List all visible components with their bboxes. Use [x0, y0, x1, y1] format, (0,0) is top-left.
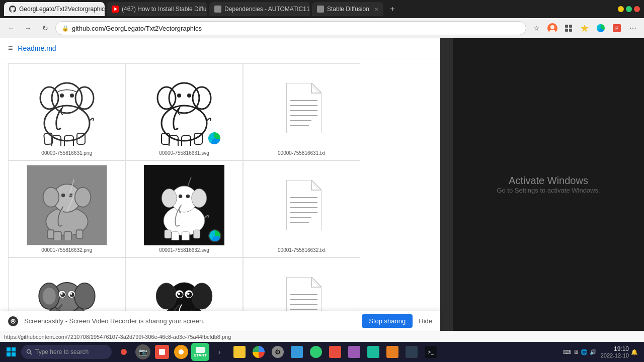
img-label-png2: 00001-755816632.png [41, 247, 92, 253]
back-button[interactable]: ← [4, 21, 18, 35]
app7-icon [406, 346, 418, 358]
close-button[interactable] [634, 6, 640, 12]
youtube-favicon [112, 6, 119, 13]
app7-button[interactable] [403, 343, 421, 361]
orange-app-button[interactable] [172, 343, 190, 361]
svg-rect-55 [182, 232, 189, 240]
recording-icon [117, 345, 131, 359]
tab-georg-legato[interactable]: GeorgLegato/Txt2Vectorgraphics ✕ [4, 2, 105, 16]
grid-item-txt2[interactable]: 00001-755816632.txt [243, 160, 360, 257]
edge-badge-svg1 [207, 131, 221, 145]
grid-item-txt1[interactable]: 00000-755816631.txt [243, 63, 360, 160]
svg-rect-8 [569, 25, 572, 28]
grid-item-svg1[interactable]: 00000-755816631.svg [125, 63, 243, 160]
tab4-title: Stable Diffusion [327, 6, 369, 13]
arrow-button[interactable]: › [210, 343, 228, 361]
svg-rect-47 [76, 230, 83, 238]
elephant-png2-image [27, 165, 107, 245]
grid-item-svg2[interactable]: ☞ 00001-755816632.svg [125, 160, 243, 257]
svg-point-15 [75, 87, 94, 109]
refresh-button[interactable]: ↻ [38, 21, 52, 35]
svg-point-85 [178, 293, 180, 295]
hide-button[interactable]: Hide [419, 317, 432, 325]
app3-button[interactable] [326, 343, 344, 361]
sidebar-toggle-icon[interactable]: ≡ [8, 44, 13, 53]
puzzle-icon [564, 24, 573, 33]
tab4-close[interactable]: ✕ [374, 7, 378, 12]
maximize-button[interactable] [626, 6, 632, 12]
screencastify-start-button[interactable]: START [191, 343, 209, 361]
desktop-icon[interactable]: 🖥 [573, 349, 579, 355]
svg-point-27 [187, 94, 191, 98]
svg-point-23 [169, 83, 199, 113]
red-app-button[interactable] [153, 343, 171, 361]
svg-point-73 [70, 293, 72, 295]
taskbar: Type here to search 📷 [0, 342, 644, 362]
activate-title: Activate Windows [497, 175, 600, 187]
cam-button[interactable]: 📷 [134, 343, 152, 361]
github-content[interactable]: 00000-755816631.png [0, 58, 440, 331]
screen-record-icon [10, 318, 17, 325]
svg-point-42 [61, 194, 65, 197]
new-tab-button[interactable]: + [385, 2, 399, 16]
windows-logo-icon [7, 347, 16, 356]
recording-stop-button[interactable] [115, 343, 133, 361]
favorites-button[interactable] [578, 21, 592, 35]
network-icon[interactable]: 🌐 [581, 349, 588, 355]
bookmark-button[interactable]: ☆ [529, 21, 543, 35]
app6-button[interactable] [383, 343, 401, 361]
file-explorer-button[interactable] [230, 343, 249, 361]
tab-deps[interactable]: Dependencies - AUTOMATIC111... ✕ [209, 2, 310, 16]
settings-pinned-button[interactable]: ⚙ [269, 343, 287, 361]
readme-title[interactable]: Readme.md [18, 44, 56, 52]
taskbar-apps: 📷 START › [115, 343, 228, 361]
document-svg1 [281, 83, 321, 133]
app2-button[interactable] [307, 343, 325, 361]
deps-favicon [214, 6, 221, 13]
svg-rect-10 [569, 29, 572, 32]
tab2-title: (467) How to Install Stable Diffus... [122, 6, 207, 13]
forward-button[interactable]: → [21, 21, 35, 35]
tab-youtube[interactable]: (467) How to Install Stable Diffus... ✕ [107, 2, 207, 16]
keyboard-icon[interactable]: ⌨ [563, 349, 571, 355]
page-header: ≡ Readme.md [0, 38, 440, 58]
taskbar-search[interactable]: Type here to search [21, 345, 112, 359]
svg-rect-2 [214, 6, 221, 13]
app5-icon [367, 346, 379, 358]
svg-rect-44 [54, 232, 61, 240]
svg-rect-54 [172, 232, 179, 240]
app5-button[interactable] [364, 343, 382, 361]
app1-button[interactable] [288, 343, 306, 361]
svg-point-13 [52, 83, 82, 113]
stop-sharing-button[interactable]: Stop sharing [362, 314, 413, 328]
ext2-button[interactable]: P [610, 21, 624, 35]
svg-point-97 [12, 320, 14, 322]
address-bar[interactable]: 🔒 github.com/GeorgLegato/Txt2Vectorgraph… [55, 21, 526, 35]
browser-pinned-button[interactable] [250, 343, 268, 361]
ext1-button[interactable] [594, 21, 608, 35]
notification-center-icon[interactable]: 🔔 [631, 349, 638, 355]
terminal-button[interactable]: >_ [422, 343, 440, 361]
settings-button[interactable]: ⋯ [626, 21, 640, 35]
svg-rect-99 [12, 347, 16, 351]
elephant-svg1-image [144, 68, 224, 148]
img-label-txt1: 00000-755816631.txt [278, 150, 326, 156]
svg-point-72 [61, 293, 63, 295]
volume-icon[interactable]: 🔊 [590, 349, 597, 355]
profile-button[interactable] [545, 21, 559, 35]
start-button[interactable] [2, 343, 20, 361]
extensions-button[interactable] [561, 21, 576, 35]
tab-stable-diffusion[interactable]: Stable Diffusion ✕ [312, 2, 383, 16]
grid-item-png1[interactable]: 00000-755816631.png [8, 63, 125, 160]
red-app-icon [155, 345, 169, 359]
app4-button[interactable] [345, 343, 363, 361]
sd-favicon [317, 6, 324, 13]
svg-point-25 [193, 87, 211, 109]
image-grid: 00000-755816631.png [8, 63, 360, 331]
status-url: https://githubcontent.com/7210708/195476… [4, 334, 231, 340]
file-explorer-icon [233, 346, 246, 358]
minimize-button[interactable] [618, 6, 624, 12]
url-text: github.com/GeorgLegato/Txt2Vectorgraphic… [72, 25, 520, 32]
grid-item-png2[interactable]: 00001-755816632.png [8, 160, 125, 257]
svg-point-14 [40, 87, 58, 109]
